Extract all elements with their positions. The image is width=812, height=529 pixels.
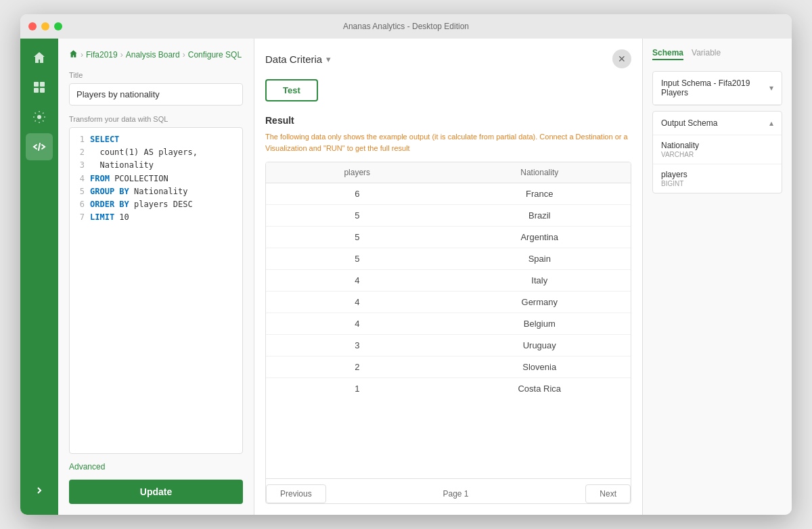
output-schema-label: Output Schema: [661, 118, 717, 128]
table-row: 5Argentina: [266, 227, 631, 248]
input-schema-section: Input Schema - Fifa2019 Players ▾: [652, 71, 782, 106]
field-name-players: players: [661, 170, 773, 179]
breadcrumb-sep-1: ›: [81, 50, 83, 60]
cell-players: 3: [266, 335, 449, 356]
chevron-down-icon: ▾: [769, 83, 773, 93]
home-icon: [69, 49, 78, 60]
sidebar-icon-home[interactable]: [26, 44, 53, 71]
svg-point-4: [37, 115, 41, 119]
sql-line-7: 7 LIMIT 10: [75, 211, 237, 224]
breadcrumb-analysis[interactable]: Analysis Board: [126, 50, 180, 60]
sidebar-icon-code[interactable]: [26, 133, 53, 160]
tab-schema[interactable]: Schema: [652, 48, 683, 60]
maximize-button[interactable]: [54, 22, 62, 30]
window-title: Ananas Analytics - Desktop Edition: [343, 22, 469, 31]
cell-players: 5: [266, 248, 449, 269]
table-row: 5Spain: [266, 248, 631, 270]
left-panel: › Fifa2019 › Analysis Board › Configure …: [58, 39, 254, 515]
field-type-nationality: VARCHAR: [661, 151, 773, 158]
titlebar: Ananas Analytics - Desktop Edition: [20, 14, 792, 39]
output-schema-body: Nationality VARCHAR players BIGINT: [653, 135, 782, 193]
cell-nationality: Spain: [449, 248, 631, 269]
schema-tabs: Schema Variable: [652, 48, 782, 60]
svg-rect-3: [40, 88, 45, 93]
col-header-nationality: Nationality: [449, 162, 631, 183]
page-info: Page 1: [443, 489, 468, 499]
svg-rect-0: [34, 82, 39, 87]
cell-players: 6: [266, 183, 449, 204]
sidebar-icon-layers[interactable]: [26, 74, 53, 101]
sql-label: Transform your data with SQL: [69, 115, 243, 123]
input-schema-label: Input Schema - Fifa2019 Players: [661, 78, 769, 97]
svg-rect-2: [34, 88, 39, 93]
breadcrumb-current: Configure SQL: [188, 50, 242, 60]
cell-nationality: Slovenia: [449, 356, 631, 377]
sidebar-icon-expand[interactable]: [26, 477, 53, 504]
table-header: players Nationality: [266, 162, 631, 183]
cell-players: 4: [266, 292, 449, 313]
data-criteria-title: Data Criteria ▾: [265, 53, 331, 65]
sidebar: [20, 39, 58, 515]
svg-line-5: [39, 143, 40, 150]
field-type-players: BIGINT: [661, 180, 773, 187]
chevron-down-icon: ▾: [326, 54, 331, 64]
middle-panel: Data Criteria ▾ ✕ Test Result The follow…: [254, 39, 643, 515]
cell-players: 4: [266, 313, 449, 334]
sql-line-5: 5 GROUP BY Nationality: [75, 185, 237, 198]
sql-line-2: 2 count(1) AS players,: [75, 146, 237, 159]
title-input[interactable]: [69, 83, 243, 106]
cell-nationality: Italy: [449, 270, 631, 291]
schema-field-players: players BIGINT: [653, 164, 782, 193]
field-name-nationality: Nationality: [661, 141, 773, 150]
table-row: 5Brazil: [266, 205, 631, 227]
cell-players: 5: [266, 205, 449, 226]
cell-nationality: Belgium: [449, 313, 631, 334]
cell-nationality: Uruguay: [449, 335, 631, 356]
app-window: Ananas Analytics - Desktop Edition: [20, 14, 792, 515]
cell-players: 4: [266, 270, 449, 291]
cell-nationality: France: [449, 183, 631, 204]
svg-rect-1: [40, 82, 45, 87]
cell-nationality: Germany: [449, 292, 631, 313]
sql-line-6: 6 ORDER BY players DESC: [75, 198, 237, 211]
table-row: 1Costa Rica: [266, 378, 631, 399]
pagination: Previous Page 1 Next: [266, 478, 631, 503]
prev-button[interactable]: Previous: [266, 484, 326, 503]
cell-players: 1: [266, 378, 449, 399]
output-schema-header[interactable]: Output Schema ▴: [653, 112, 782, 135]
test-button[interactable]: Test: [265, 79, 318, 101]
minimize-button[interactable]: [41, 22, 49, 30]
app-body: › Fifa2019 › Analysis Board › Configure …: [20, 39, 792, 515]
close-button[interactable]: ✕: [612, 49, 631, 68]
breadcrumb-sep-3: ›: [183, 50, 185, 60]
cell-players: 2: [266, 356, 449, 377]
table-row: 4Germany: [266, 292, 631, 313]
sidebar-bottom: [26, 477, 53, 515]
result-notice: The following data only shows the exampl…: [265, 131, 631, 154]
sql-editor[interactable]: 1 SELECT 2 count(1) AS players, 3 Nation…: [69, 127, 243, 454]
table-row: 6France: [266, 183, 631, 205]
result-table: players Nationality 6France5Brazil5Argen…: [265, 162, 631, 504]
table-row: 4Italy: [266, 270, 631, 292]
cell-nationality: Brazil: [449, 205, 631, 226]
result-label: Result: [265, 115, 631, 126]
output-schema-section: Output Schema ▴ Nationality VARCHAR play…: [652, 111, 782, 193]
breadcrumb-sep-2: ›: [120, 50, 123, 60]
update-button[interactable]: Update: [69, 480, 243, 504]
tab-variable[interactable]: Variable: [692, 48, 721, 60]
sidebar-icon-settings[interactable]: [26, 104, 53, 131]
input-schema-header[interactable]: Input Schema - Fifa2019 Players ▾: [653, 72, 782, 105]
cell-nationality: Argentina: [449, 227, 631, 248]
data-criteria-header: Data Criteria ▾ ✕: [265, 49, 631, 68]
sql-line-3: 3 Nationality: [75, 159, 237, 172]
chevron-up-icon: ▴: [769, 118, 773, 128]
breadcrumb-fifa[interactable]: Fifa2019: [86, 50, 118, 60]
cell-players: 5: [266, 227, 449, 248]
next-button[interactable]: Next: [585, 484, 631, 503]
advanced-link[interactable]: Advanced: [69, 462, 243, 472]
cell-nationality: Costa Rica: [449, 378, 631, 399]
close-button[interactable]: [28, 22, 37, 30]
sql-line-4: 4 FROM PCOLLECTION: [75, 172, 237, 185]
table-row: 3Uruguay: [266, 335, 631, 356]
table-row: 2Slovenia: [266, 356, 631, 378]
